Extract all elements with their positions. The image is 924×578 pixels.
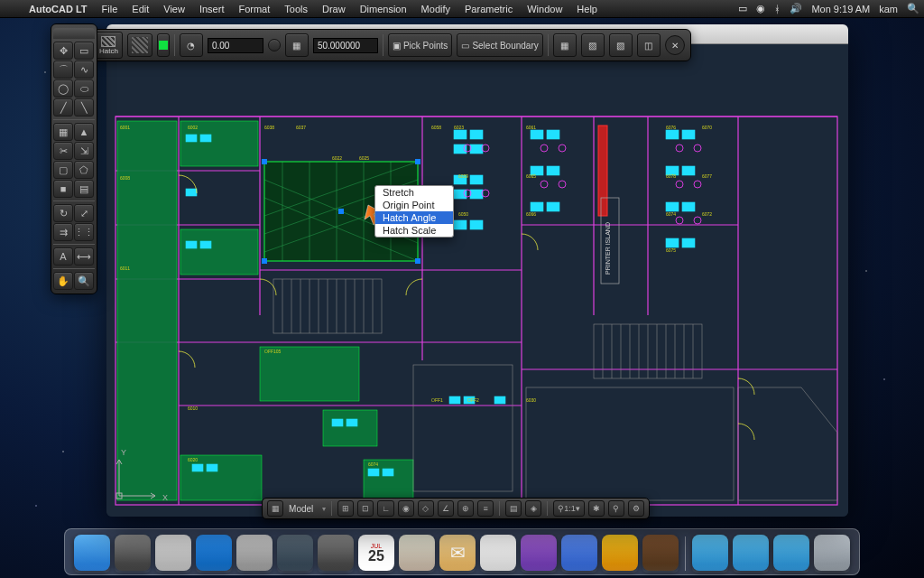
bluetooth-icon[interactable]: ᚼ [770, 4, 785, 14]
hatch-pattern-button[interactable] [127, 33, 152, 57]
dock-folder-2-icon[interactable] [733, 535, 769, 571]
menubar-clock[interactable]: Mon 9:19 AM [807, 4, 874, 14]
selection-cycle-button[interactable]: ◈ [525, 500, 541, 517]
dock-dashboard-icon[interactable] [318, 535, 354, 571]
quick-props-button[interactable]: ▤ [505, 500, 522, 517]
dock-ichat-icon[interactable] [561, 535, 597, 571]
hatch-option-2-button[interactable]: ▨ [581, 33, 605, 57]
menu-file[interactable]: File [95, 4, 125, 14]
polar-button[interactable]: ◉ [398, 500, 414, 517]
annotation-autoscale-button[interactable]: ⚲ [608, 500, 624, 517]
tool-mirror-icon[interactable]: ▲ [74, 123, 94, 141]
tool-palette[interactable]: ✥ ▭ ⌒ ∿ ◯ ⬭ ╱ ╲ ▦ ▲ ✂ ⇲ ▢ ⬠ ■ ▤ ↻ ⤢ ⇉ ⋮⋮… [51, 23, 97, 294]
osnap-button[interactable]: ◇ [418, 500, 434, 517]
hatch-context-toolbar[interactable]: Hatch ◔ ▦ ▣Pick Points ▭Select Boundary … [88, 29, 691, 61]
dock-keynote-icon[interactable] [602, 535, 638, 571]
menu-modify[interactable]: Modify [414, 4, 457, 14]
dock-ical-icon[interactable]: JUL25 [358, 535, 394, 571]
snap-mode-button[interactable]: ⊡ [357, 500, 374, 517]
tool-rect-icon[interactable]: ▢ [53, 161, 73, 179]
dyn-input-button[interactable]: ⊕ [457, 500, 474, 517]
tool-dimension-icon[interactable]: ⟷ [74, 247, 94, 266]
menu-draw[interactable]: Draw [315, 4, 353, 14]
status-bar[interactable]: ▦ Model ▾ ⊞ ⊡ ∟ ◉ ◇ ∠ ⊕ ≡ ▤ ◈ ⚲ 1:1 ▾ ✱ … [262, 498, 650, 519]
menu-dimension[interactable]: Dimension [353, 4, 414, 14]
app-name[interactable]: AutoCAD LT [22, 4, 95, 14]
layout-button[interactable]: ▦ [267, 500, 283, 517]
grid-snap-button[interactable]: ⊞ [337, 500, 354, 517]
drawing-canvas[interactable]: PRINTER ISLAND 600160086011 600260386037… [106, 44, 848, 517]
hatch-angle-input[interactable] [208, 38, 263, 53]
annotation-visibility-button[interactable]: ✱ [588, 500, 605, 517]
hatch-color-button[interactable] [157, 33, 170, 57]
menu-format[interactable]: Format [231, 4, 277, 14]
menu-edit[interactable]: Edit [125, 4, 156, 14]
tool-move-icon[interactable]: ✥ [53, 42, 73, 60]
tool-offset-icon[interactable]: ⇉ [53, 223, 73, 241]
select-boundary-button[interactable]: ▭Select Boundary [457, 33, 542, 57]
tool-extend-icon[interactable]: ⇲ [74, 142, 94, 160]
dock-launchpad-icon[interactable] [115, 535, 151, 571]
dock-folder-3-icon[interactable] [773, 535, 809, 571]
workspace-button[interactable]: ⚙ [628, 500, 644, 517]
menu-tools[interactable]: Tools [277, 4, 315, 14]
tool-circle-icon[interactable]: ◯ [53, 79, 73, 98]
tool-line-icon[interactable]: ╱ [53, 98, 73, 117]
dock-folder-1-icon[interactable] [692, 535, 728, 571]
dock-systemprefs-icon[interactable] [236, 535, 273, 571]
tool-zoom-icon[interactable]: 🔍 [74, 272, 94, 290]
lineweight-button[interactable]: ≡ [477, 500, 494, 517]
tool-ray-icon[interactable]: ╲ [74, 98, 94, 117]
tool-spline-icon[interactable]: ∿ [74, 61, 94, 79]
ctx-item-hatch-scale[interactable]: Hatch Scale [375, 224, 453, 237]
airplay-icon[interactable]: ▭ [734, 3, 752, 14]
palette-grip[interactable] [53, 28, 95, 39]
hatch-tool-button[interactable]: Hatch [95, 32, 123, 59]
dock-safari-icon[interactable] [277, 535, 313, 571]
tool-fill-icon[interactable]: ■ [53, 180, 73, 198]
tool-ellipse-icon[interactable]: ⬭ [74, 79, 94, 98]
tool-trim-icon[interactable]: ✂ [53, 142, 73, 160]
dock-finder-icon[interactable] [74, 535, 110, 571]
tool-rotate-icon[interactable]: ↻ [53, 204, 73, 222]
hatch-scale-input[interactable] [313, 38, 378, 53]
angle-dial-icon[interactable] [268, 39, 281, 51]
ortho-button[interactable]: ∟ [377, 500, 393, 517]
ctx-item-hatch-angle[interactable]: Hatch Angle [375, 211, 453, 224]
spotlight-icon[interactable]: 🔍 [902, 3, 924, 14]
dock-mail-icon[interactable]: ✉ [439, 535, 476, 571]
otrack-button[interactable]: ∠ [438, 500, 454, 517]
annotation-scale-button[interactable]: ⚲ 1:1 ▾ [553, 500, 585, 517]
dock-appstore-icon[interactable] [196, 535, 232, 571]
tool-hatch-icon[interactable]: ▦ [53, 123, 73, 141]
wifi-icon[interactable]: ◉ [752, 3, 770, 14]
menu-parametric[interactable]: Parametric [457, 4, 520, 14]
tool-table-icon[interactable]: ▤ [74, 180, 94, 198]
hatch-option-1-button[interactable]: ▦ [553, 33, 577, 57]
dock-preview-icon[interactable] [480, 535, 516, 571]
hatch-option-3-button[interactable]: ▧ [609, 33, 633, 57]
tool-arc-icon[interactable]: ⌒ [53, 61, 73, 79]
dock-missioncontrol-icon[interactable] [155, 535, 191, 571]
menubar-user[interactable]: kam [874, 4, 902, 14]
dock-autocad-icon[interactable] [642, 535, 679, 571]
model-dropdown-icon[interactable]: ▾ [322, 505, 326, 513]
model-tab[interactable]: Model [287, 504, 319, 514]
tool-text-icon[interactable]: A [53, 247, 73, 266]
hatch-option-4-button[interactable]: ◫ [637, 33, 661, 57]
tool-polygon-icon[interactable]: ⬠ [74, 161, 94, 179]
dock-trash-icon[interactable] [814, 535, 850, 571]
menu-help[interactable]: Help [569, 4, 605, 14]
mac-dock[interactable]: JUL25 ✉ [64, 528, 860, 575]
ctx-item-origin-point[interactable]: Origin Point [375, 199, 453, 211]
tool-pan-icon[interactable]: ✋ [53, 272, 73, 290]
dock-itunes-icon[interactable] [521, 535, 557, 571]
tool-select-icon[interactable]: ▭ [74, 42, 94, 60]
menu-insert[interactable]: Insert [192, 4, 232, 14]
menu-view[interactable]: View [156, 4, 192, 14]
close-ribbon-button[interactable]: ✕ [665, 35, 685, 55]
volume-icon[interactable]: 🔊 [785, 3, 807, 14]
dock-contacts-icon[interactable] [399, 535, 435, 571]
ctx-item-stretch[interactable]: Stretch [375, 186, 453, 199]
pick-points-button[interactable]: ▣Pick Points [388, 33, 452, 57]
